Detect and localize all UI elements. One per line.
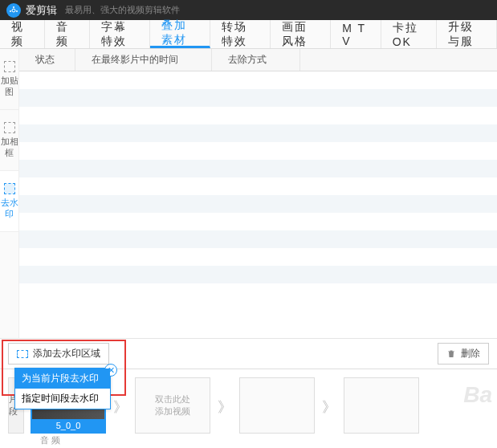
app-logo-icon	[6, 3, 21, 18]
sticker-icon	[4, 61, 15, 72]
tab-mtv[interactable]: M T V	[331, 20, 381, 48]
trash-icon	[446, 348, 456, 359]
tab-upgrade[interactable]: 升级与服	[437, 20, 497, 48]
add-video-slot[interactable]: 双击此处 添加视频	[135, 377, 210, 434]
svg-point-0	[12, 9, 15, 12]
svg-point-1	[13, 6, 14, 8]
tab-audio[interactable]: 音 频	[45, 20, 90, 48]
list-body	[19, 71, 497, 338]
tab-karaoke[interactable]: 卡拉OK	[381, 20, 437, 48]
side-tool-dewatermark[interactable]: 去水印	[0, 171, 18, 232]
svg-point-2	[10, 10, 11, 12]
empty-slot[interactable]	[239, 377, 315, 434]
app-name: 爱剪辑	[26, 3, 57, 18]
chevron-right-icon: 》	[112, 397, 128, 413]
add-region-popup: ✕ 为当前片段去水印 指定时间段去水印	[14, 368, 111, 409]
tab-subtitle[interactable]: 字幕特效	[90, 20, 150, 48]
tab-video[interactable]: 视 频	[0, 20, 45, 48]
footer-audio-label: 音 频	[40, 434, 60, 446]
tab-transition[interactable]: 转场特效	[210, 20, 271, 48]
clip-name: 5_0_0	[32, 419, 104, 432]
col-time[interactable]: 在最终影片中的时间	[75, 49, 212, 71]
dewatermark-icon	[4, 183, 15, 194]
empty-slot[interactable]	[344, 377, 419, 434]
popup-option-current-clip[interactable]: 为当前片段去水印	[15, 369, 110, 389]
svg-point-3	[16, 10, 18, 12]
region-icon	[17, 350, 28, 358]
tab-style[interactable]: 画面风格	[271, 20, 331, 48]
side-tool-frame[interactable]: 加相框	[0, 110, 18, 171]
col-method[interactable]: 去除方式	[212, 49, 300, 71]
col-status[interactable]: 状态	[19, 49, 75, 71]
add-watermark-region-button[interactable]: 添加去水印区域	[8, 343, 109, 365]
watermark-list-panel: 状态 在最终影片中的时间 去除方式	[19, 49, 497, 338]
title-bar: 爱剪辑 最易用、强大的视频剪辑软件	[0, 0, 497, 20]
tab-overlay[interactable]: 叠加素材	[150, 20, 210, 48]
side-toolbar: 加贴图 加相框 去水印	[0, 49, 19, 338]
main-tab-bar: 视 频 音 频 字幕特效 叠加素材 转场特效 画面风格 M T V 卡拉OK 升…	[0, 20, 497, 49]
popup-option-time-range[interactable]: 指定时间段去水印	[15, 389, 110, 409]
list-header: 状态 在最终影片中的时间 去除方式	[19, 49, 497, 71]
side-tool-sticker[interactable]: 加贴图	[0, 49, 18, 110]
action-bar: 添加去水印区域 删除	[0, 338, 497, 369]
frame-icon	[4, 122, 15, 133]
chevron-right-icon: 》	[217, 397, 233, 413]
delete-button[interactable]: 删除	[438, 343, 489, 365]
chevron-right-icon: 》	[321, 397, 337, 413]
app-tagline: 最易用、强大的视频剪辑软件	[65, 4, 180, 16]
